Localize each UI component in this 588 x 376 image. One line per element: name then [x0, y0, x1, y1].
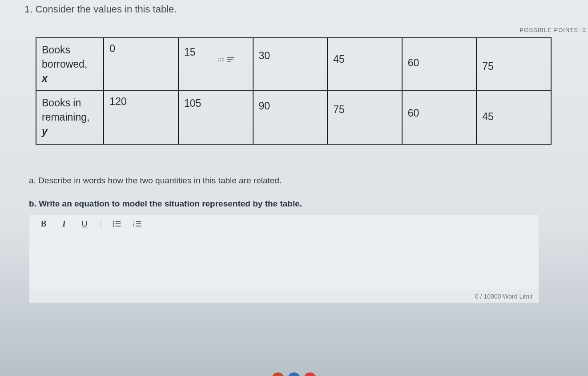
row-variable: x [42, 73, 48, 84]
table-row: Books borrowed, x 0 15 30 45 60 75 [36, 38, 551, 91]
subquestion-a: a. Describe in words how the two quantit… [29, 176, 570, 186]
question-number: 1. [24, 4, 32, 15]
dock-app-icon[interactable] [288, 372, 300, 376]
cell-y-4: 60 [402, 91, 477, 144]
bullet-list-button[interactable] [113, 220, 121, 228]
row-header-y: Books in remaining, y [36, 91, 104, 144]
dock-app-icon[interactable] [304, 372, 316, 376]
numbered-list-button[interactable]: 1 2 3 [133, 220, 142, 228]
answer-editor: B I U 1 2 3 [29, 214, 539, 303]
table-row: Books in remaining, y 120 105 90 75 60 4… [36, 91, 551, 144]
svg-rect-11 [136, 226, 141, 226]
row-label: Books borrowed, [42, 44, 87, 70]
taskbar-peek [0, 372, 588, 376]
cell-y-1: 105 [178, 91, 253, 144]
svg-point-0 [113, 221, 114, 222]
toolbar-divider [101, 219, 101, 229]
row-variable: y [42, 125, 48, 137]
cell-x-0: 0 [104, 38, 178, 91]
svg-rect-5 [116, 226, 121, 226]
cell-x-1: 15 [178, 38, 253, 91]
subquestion-b: b. Write an equation to model the situat… [29, 199, 570, 209]
row-label: Books in remaining, [42, 97, 89, 123]
cell-y-2: 90 [253, 91, 328, 144]
question-text: Consider the values in this table. [35, 4, 177, 15]
row-header-x: Books borrowed, x [36, 38, 104, 91]
editor-toolbar: B I U 1 2 3 [29, 214, 539, 232]
data-table: Books borrowed, x 0 15 30 45 60 75 Books… [36, 37, 552, 145]
answer-textarea[interactable] [29, 232, 539, 290]
bold-button[interactable]: B [39, 219, 48, 229]
bullet-list-icon [113, 220, 121, 228]
cell-y-0: 120 [104, 91, 178, 144]
word-limit-label: 0 / 10000 Word Limit [29, 290, 539, 303]
cell-y-5: 45 [476, 91, 551, 144]
grip-dots-icon [218, 58, 224, 61]
svg-rect-1 [116, 221, 121, 222]
possible-points-label: POSSIBLE POINTS: 0. [520, 27, 588, 33]
dock-app-icon[interactable] [272, 372, 284, 376]
svg-point-2 [113, 223, 114, 224]
cell-x-3: 45 [327, 38, 402, 91]
sort-lines-icon [227, 57, 234, 62]
cell-y-3: 75 [327, 91, 402, 144]
question-prompt: 1. Consider the values in this table. [24, 4, 570, 15]
svg-point-4 [113, 225, 114, 226]
svg-rect-7 [136, 221, 141, 222]
cell-x-2: 30 [253, 38, 328, 91]
underline-button[interactable]: U [80, 219, 89, 229]
numbered-list-icon: 1 2 3 [133, 220, 142, 228]
svg-text:3: 3 [133, 224, 134, 227]
svg-rect-3 [116, 223, 121, 224]
svg-rect-9 [136, 223, 141, 224]
italic-button[interactable]: I [60, 219, 68, 229]
cell-x-5: 75 [476, 38, 551, 91]
cell-x-4: 60 [402, 38, 477, 91]
table-drag-handle[interactable] [218, 57, 234, 62]
